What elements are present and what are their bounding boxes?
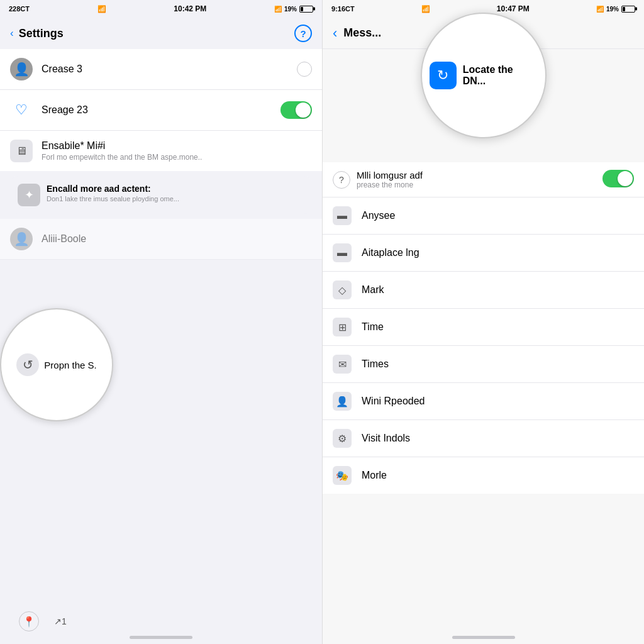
left-battery-percent: 19% bbox=[284, 6, 297, 13]
menu-row-visit[interactable]: ⚙ Visit Indols bbox=[323, 420, 644, 457]
magnifier-right-label: Locate the DN... bbox=[463, 64, 538, 87]
left-back-button[interactable]: ‹ bbox=[10, 27, 14, 40]
notif-card-icon: ✦ bbox=[18, 184, 40, 206]
magnifier-left-content: ↺ Propn the S. bbox=[10, 347, 103, 382]
notif-title: Encalld more aad actent: bbox=[47, 184, 179, 194]
question-row: ? Mlli lomgusr adf prease the mone bbox=[323, 162, 644, 197]
question-toggle[interactable] bbox=[602, 170, 634, 187]
setting-row-sreage23[interactable]: ♡ Sreage 23 bbox=[0, 90, 322, 131]
crease3-text: Crease 3 bbox=[42, 64, 297, 75]
aitaplace-label: Aitaplace lng bbox=[362, 247, 419, 258]
left-nav-header: ‹ Settings ? bbox=[0, 18, 322, 49]
setting-row-aliii: 👤 Aliii-Boole bbox=[0, 219, 322, 260]
morle-label: Morle bbox=[362, 470, 387, 481]
menu-row-morle[interactable]: 🎭 Morle bbox=[323, 457, 644, 494]
setting-row-crease3[interactable]: 👤 Crease 3 bbox=[0, 49, 322, 90]
left-back-chevron: ‹ bbox=[10, 27, 14, 40]
right-panel-content: ? Mlli lomgusr adf prease the mone ▬ Any… bbox=[323, 162, 644, 644]
menu-row-wini[interactable]: 👤 Wini Rpeoded bbox=[323, 383, 644, 420]
left-settings-list: 👤 Crease 3 ♡ Sreage 23 🖥 Ensabile* Mi#i … bbox=[0, 49, 322, 171]
sreage23-text: Sreage 23 bbox=[42, 104, 280, 116]
left-carrier: 228CT bbox=[9, 5, 30, 13]
sreage23-icon: ♡ bbox=[10, 99, 33, 121]
notif-card[interactable]: ✦ Encalld more aad actent: Don1 lake thr… bbox=[10, 176, 312, 214]
aliii-text: Aliii-Boole bbox=[42, 233, 312, 245]
times-icon: ✉ bbox=[333, 355, 352, 374]
ensabile-label: Ensabile* Mi#i bbox=[42, 140, 312, 152]
anysee-icon: ▬ bbox=[333, 206, 352, 225]
left-wifi-icon: 📶 bbox=[97, 5, 106, 13]
mag-bottom-controls: 📍 ↗1 bbox=[19, 611, 67, 631]
right-battery-icon bbox=[621, 6, 635, 13]
right-page-title: Mess... bbox=[343, 26, 381, 40]
mark-icon: ◇ bbox=[333, 280, 352, 299]
question-desc: prease the mone bbox=[357, 180, 423, 189]
visit-label: Visit Indols bbox=[362, 433, 410, 444]
morle-icon: 🎭 bbox=[333, 466, 352, 485]
left-panel: 228CT 📶 10:42 PM 📶 19% ‹ Settings ? 👤 Cr… bbox=[0, 0, 322, 644]
anysee-label: Anysee bbox=[362, 210, 395, 221]
magnifier-right: ↻ Locate the DN... bbox=[421, 13, 547, 138]
menu-row-mark[interactable]: ◇ Mark bbox=[323, 272, 644, 309]
question-icon: ? bbox=[333, 171, 350, 189]
left-page-title: Settings bbox=[19, 27, 64, 40]
magnifier-left-label: Propn the S. bbox=[44, 360, 96, 370]
setting-row-ensabile[interactable]: 🖥 Ensabile* Mi#i Forl mo empewitch the a… bbox=[0, 131, 322, 171]
left-time: 10:42 PM bbox=[174, 4, 206, 13]
menu-row-time[interactable]: ⊞ Time bbox=[323, 309, 644, 346]
mag-pin-icon: 📍 bbox=[19, 611, 39, 631]
right-signal-icon: 📶 bbox=[596, 6, 604, 13]
question-text: Mlli lomgusr adf prease the mone bbox=[357, 170, 423, 189]
wini-label: Wini Rpeoded bbox=[362, 396, 425, 407]
right-home-indicator bbox=[452, 636, 515, 639]
right-wifi-icon: 📶 bbox=[421, 5, 430, 13]
right-time: 10:47 PM bbox=[497, 4, 530, 13]
magnifier-left-icon: ↺ bbox=[16, 353, 39, 376]
ensabile-icon: 🖥 bbox=[10, 140, 33, 162]
mark-label: Mark bbox=[362, 284, 384, 296]
visit-icon: ⚙ bbox=[333, 429, 352, 448]
magnifier-right-icon: ↻ bbox=[430, 62, 457, 89]
sreage23-label: Sreage 23 bbox=[42, 104, 280, 116]
time-icon: ⊞ bbox=[333, 318, 352, 336]
notif-card-text: Encalld more aad actent: Don1 lake thre … bbox=[47, 184, 179, 203]
crease3-icon: 👤 bbox=[10, 58, 33, 80]
ensabile-text: Ensabile* Mi#i Forl mo empewitch the and… bbox=[42, 140, 312, 162]
left-status-bar: 228CT 📶 10:42 PM 📶 19% bbox=[0, 0, 322, 18]
times-label: Times bbox=[362, 358, 389, 370]
left-signal-icon: 📶 bbox=[274, 6, 282, 13]
magnifier-left: ↺ Propn the S. bbox=[0, 308, 113, 421]
menu-row-aitaplace[interactable]: ▬ Aitaplace lng bbox=[323, 235, 644, 272]
crease3-radio[interactable] bbox=[297, 62, 312, 77]
wini-icon: 👤 bbox=[333, 392, 352, 411]
crease3-label: Crease 3 bbox=[42, 64, 297, 75]
left-home-indicator bbox=[130, 636, 192, 639]
right-back-button[interactable]: ‹ bbox=[333, 25, 337, 42]
left-help-button[interactable]: ? bbox=[294, 25, 312, 42]
mag-num-label: ↗1 bbox=[54, 616, 67, 626]
left-indicators: 📶 19% bbox=[274, 6, 313, 13]
aliii-label: Aliii-Boole bbox=[42, 233, 312, 245]
aitaplace-icon: ▬ bbox=[333, 243, 352, 262]
right-battery-percent: 19% bbox=[606, 6, 619, 13]
left-help-icon: ? bbox=[300, 28, 306, 39]
menu-section: ▬ Anysee ▬ Aitaplace lng ◇ Mark ⊞ Time ✉… bbox=[323, 197, 644, 494]
left-battery-icon bbox=[299, 6, 313, 13]
right-panel: 9:16CT 📶 10:47 PM 📶 19% ‹ Mess... ↻ Loca… bbox=[322, 0, 644, 644]
time-label: Time bbox=[362, 321, 384, 333]
magnifier-right-content: ↻ Locate the DN... bbox=[422, 54, 545, 97]
menu-row-anysee[interactable]: ▬ Anysee bbox=[323, 197, 644, 235]
right-carrier: 9:16CT bbox=[331, 5, 355, 13]
menu-row-times[interactable]: ✉ Times bbox=[323, 346, 644, 383]
aliii-icon: 👤 bbox=[10, 228, 33, 250]
question-label: Mlli lomgusr adf bbox=[357, 170, 423, 180]
right-indicators: 📶 19% bbox=[596, 6, 635, 13]
notif-desc: Don1 lake thre imus sealue ployding ome.… bbox=[47, 195, 179, 203]
ensabile-desc: Forl mo empewitch the and the BM aspe.mo… bbox=[42, 153, 312, 162]
sreage23-toggle[interactable] bbox=[280, 101, 312, 119]
